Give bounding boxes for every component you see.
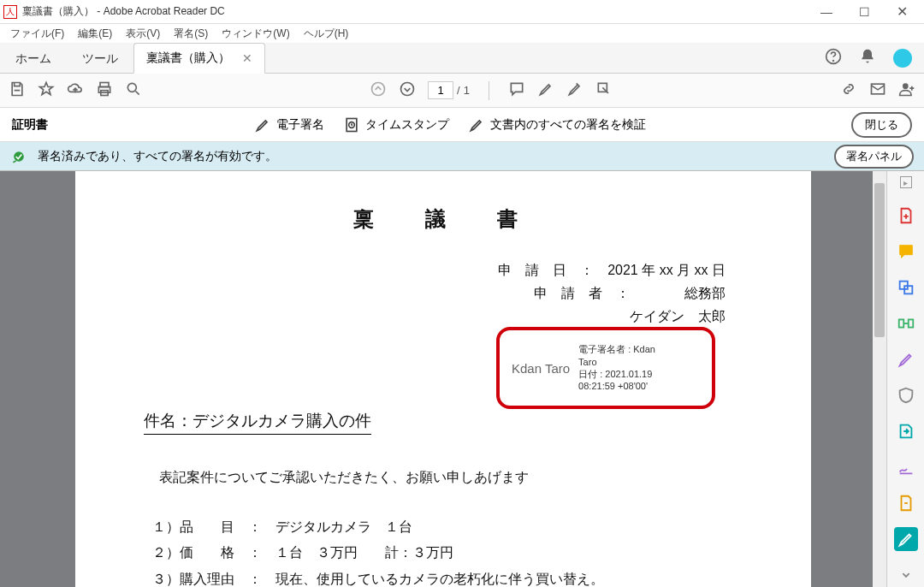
menu-window[interactable]: ウィンドウ(W) — [216, 25, 294, 43]
doc-title: 稟 議 書 — [144, 205, 743, 233]
user-avatar[interactable] — [893, 49, 912, 68]
window-titlebar: 人 稟議書（購入） - Adobe Acrobat Reader DC — ☐ … — [0, 0, 924, 24]
apply-date-row: 申請日 ： 2021 年 xx 月 xx 日 — [144, 262, 743, 280]
tool-comment-icon[interactable] — [894, 240, 918, 264]
stamp-icon[interactable] — [595, 80, 613, 101]
applicant-row: 申請者 ： 総務部 — [144, 285, 743, 303]
certificate-label: 証明書 — [12, 117, 48, 133]
link-icon[interactable] — [840, 80, 857, 101]
timestamp-button[interactable]: タイムスタンプ — [343, 116, 449, 133]
cloud-icon[interactable] — [67, 80, 84, 101]
highlight-icon[interactable] — [537, 80, 554, 101]
tool-more-icon[interactable] — [894, 563, 918, 587]
tab-home[interactable]: ホーム — [0, 43, 67, 73]
document-viewport[interactable]: 稟 議 書 申請日 ： 2021 年 xx 月 xx 日 申請者 ： 総務部 ケ… — [0, 171, 886, 587]
doc-items: １）品 目 ： デジタルカメラ １台 ２）価 格 ： １台 ３万円 計：３万円 … — [144, 514, 743, 587]
document-tab-bar: ホーム ツール 稟議書（購入） ✕ — [0, 43, 924, 74]
save-icon[interactable] — [9, 80, 26, 101]
svg-point-7 — [401, 82, 414, 95]
tab-document[interactable]: 稟議書（購入） ✕ — [133, 43, 265, 74]
svg-point-6 — [372, 82, 385, 95]
page-indicator: / 1 — [428, 81, 470, 99]
tool-create-pdf-icon[interactable] — [894, 204, 918, 228]
close-tab-icon[interactable]: ✕ — [242, 51, 252, 65]
doc-body: 表記案件についてご承認いただきたく、お願い申しあげます — [144, 469, 743, 487]
signature-stamp[interactable]: Kdan Taro 電子署名者 : Kdan Taro 日付 : 2021.01… — [496, 327, 715, 409]
maximize-button[interactable]: ☐ — [845, 0, 883, 24]
svg-rect-16 — [898, 319, 903, 327]
menu-help[interactable]: ヘルプ(H) — [299, 25, 354, 43]
tool-combine-icon[interactable] — [894, 276, 918, 299]
tool-protect-icon[interactable] — [894, 383, 918, 407]
svg-point-10 — [903, 83, 909, 89]
pdf-app-icon: 人 — [3, 5, 17, 19]
window-title: 稟議書（購入） - Adobe Acrobat Reader DC — [22, 4, 808, 19]
verify-all-button[interactable]: 文書内のすべての署名を検証 — [468, 116, 646, 133]
tab-tools[interactable]: ツール — [67, 43, 133, 73]
minimize-button[interactable]: — — [808, 0, 845, 24]
page-current-input[interactable] — [428, 81, 453, 99]
close-cert-button[interactable]: 閉じる — [851, 112, 912, 138]
comment-icon[interactable] — [508, 80, 525, 101]
menu-edit[interactable]: 編集(E) — [73, 25, 117, 43]
svg-point-1 — [833, 60, 834, 61]
page-up-icon[interactable] — [370, 80, 387, 101]
item-row: ３）購入理由 ： 現在、使用しているカメラの老朽化に伴う買い替え。 — [152, 566, 743, 587]
star-icon[interactable] — [38, 80, 55, 101]
add-person-icon[interactable] — [898, 80, 915, 101]
item-row: ２）価 格 ： １台 ３万円 計：３万円 — [152, 540, 743, 566]
page-down-icon[interactable] — [399, 80, 416, 101]
tool-fill-sign-icon[interactable] — [894, 455, 918, 479]
close-window-button[interactable]: ✕ — [883, 0, 921, 24]
sign-icon[interactable] — [566, 80, 583, 101]
item-row: １）品 目 ： デジタルカメラ １台 — [152, 514, 743, 540]
print-icon[interactable] — [96, 80, 113, 101]
status-message: 署名済みであり、すべての署名が有効です。 — [38, 149, 277, 164]
bell-icon[interactable] — [859, 48, 876, 68]
document-page: 稟 議 書 申請日 ： 2021 年 xx 月 xx 日 申請者 ： 総務部 ケ… — [75, 171, 811, 587]
mail-icon[interactable] — [869, 80, 886, 101]
applicant-name-row: ケイダン 太郎 — [144, 308, 743, 326]
svg-point-13 — [14, 151, 24, 162]
tool-compress-icon[interactable] — [894, 491, 918, 515]
signature-panel-button[interactable]: 署名パネル — [834, 145, 914, 169]
svg-rect-17 — [908, 319, 913, 327]
valid-signature-icon — [10, 148, 27, 165]
panel-toggle-icon[interactable]: ▸ — [900, 176, 912, 188]
signature-status-bar: 署名済みであり、すべての署名が有効です。 署名パネル — [0, 142, 924, 171]
certificate-bar: 証明書 電子署名 タイムスタンプ 文書内のすべての署名を検証 閉じる — [0, 108, 924, 142]
tool-export-icon[interactable] — [894, 419, 918, 443]
help-icon[interactable] — [825, 48, 842, 68]
tool-edit-icon[interactable] — [894, 347, 918, 371]
search-icon[interactable] — [125, 80, 142, 101]
tool-certificate-icon[interactable] — [894, 527, 918, 551]
right-tool-panel: ▸ — [886, 171, 924, 587]
doc-subject: 件名：デジタルカメラ購入の件 — [144, 410, 371, 435]
menu-view[interactable]: 表示(V) — [121, 25, 165, 43]
menu-file[interactable]: ファイル(F) — [5, 25, 69, 43]
tool-organize-icon[interactable] — [894, 311, 918, 335]
svg-point-5 — [127, 83, 136, 92]
vertical-scrollbar[interactable] — [873, 171, 886, 587]
main-toolbar: / 1 — [0, 74, 924, 108]
signature-details: 電子署名者 : Kdan Taro 日付 : 2021.01.19 08:21:… — [578, 343, 655, 392]
signature-signer: Kdan Taro — [512, 361, 570, 376]
menu-bar: ファイル(F) 編集(E) 表示(V) 署名(S) ウィンドウ(W) ヘルプ(H… — [0, 24, 924, 43]
page-total: 1 — [464, 84, 470, 97]
esign-button[interactable]: 電子署名 — [254, 116, 324, 133]
tab-document-label: 稟議書（購入） — [146, 50, 230, 66]
menu-sign[interactable]: 署名(S) — [169, 25, 213, 43]
